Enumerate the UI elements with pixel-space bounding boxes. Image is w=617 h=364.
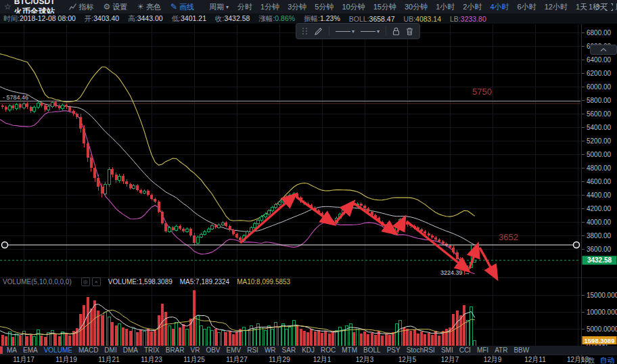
axis-options: 对数 自动	[580, 356, 614, 364]
boll-upper-band	[0, 49, 475, 221]
price-tick-label: 4400.00	[587, 191, 612, 199]
timeframe-5分钟[interactable]: 5分钟	[315, 2, 334, 12]
time-tick-label: 12月5	[398, 356, 417, 363]
time-tick-label: 11月21	[98, 356, 120, 363]
price-tick-label: 3800.00	[587, 232, 612, 240]
time-tick-label: 11月25	[183, 356, 205, 363]
pane-frames	[0, 24, 617, 364]
volume-legend-icons: ◎×	[79, 277, 101, 286]
drag-handle-icon[interactable]	[302, 28, 308, 35]
indicator-tab-OBV[interactable]: OBV	[206, 346, 220, 354]
indicator-tab-StochRSI[interactable]: StochRSI	[407, 346, 435, 354]
indicator-tab-PSY[interactable]: PSY	[387, 346, 401, 354]
indicator-tab-SAR[interactable]: SAR	[282, 346, 296, 354]
arrow-annotation[interactable]	[470, 245, 478, 269]
indicator-tab-ROC[interactable]: ROC	[321, 346, 336, 354]
trash-icon[interactable]	[406, 27, 413, 36]
timeframe-15分钟[interactable]: 15分钟	[373, 2, 396, 12]
indicator-tab-BRAR[interactable]: BRAR	[166, 346, 185, 354]
panel-collapse-tab[interactable]	[590, 45, 617, 55]
indicator-tab-bar: MAEMAVOLUMEMACDDMIDMATRIXBRARVROBVEMVRSI…	[0, 346, 617, 355]
indicator-tab-MA[interactable]: MA	[7, 346, 17, 354]
favorite-star-icon[interactable]: ☆	[4, 3, 12, 11]
theme-button[interactable]: ☀ 亮色	[137, 2, 161, 12]
timeframe-1天[interactable]: 1天	[576, 2, 587, 12]
timeframe-12小时[interactable]: 12小时	[545, 2, 568, 12]
current-volume-value: 1598.3089	[585, 337, 615, 344]
timeframe-分时[interactable]: 分时	[237, 2, 252, 12]
refresh-interval-label[interactable]: 1秒	[589, 2, 600, 12]
trendline-handle-right[interactable]	[574, 242, 580, 248]
indicators-button[interactable]: 指标	[69, 2, 93, 12]
arrow-annotation[interactable]	[296, 197, 334, 224]
indicator-tab-VR[interactable]: VR	[191, 346, 200, 354]
indicator-tab-MTM[interactable]: MTM	[342, 346, 357, 354]
timeframe-2小时[interactable]: 2小时	[463, 2, 482, 12]
pencil-tool-icon[interactable]	[314, 27, 323, 36]
volume-legend: VOLUME(5,10,0,0,0,0) ◎× VOLUME:1,598.308…	[3, 277, 290, 286]
indicator-tab-EMA[interactable]: EMA	[23, 346, 38, 354]
info-field-BOLL: BOLL:3658.47	[349, 15, 395, 23]
price-tick-label: 5400.00	[587, 124, 612, 131]
timeframe-list: 分时1分钟3分钟5分钟10分钟15分钟30分钟1小时2小时4小时6小时12小时1…	[233, 2, 617, 12]
period-dropdown[interactable]: 周期 ▾	[209, 2, 229, 12]
log-scale-toggle[interactable]: 对数	[580, 356, 595, 364]
info-field-LB: LB:3233.80	[450, 15, 486, 23]
timeframe-30分钟[interactable]: 30分钟	[405, 2, 428, 12]
toolbar-separator	[386, 26, 386, 36]
info-field-开: 开:3403.40	[85, 14, 119, 24]
timeframe-4小时[interactable]: 4小时	[490, 2, 509, 12]
indicator-tab-DMI[interactable]: DMI	[104, 346, 116, 354]
indicator-tab-VOLUME[interactable]: VOLUME	[44, 346, 72, 354]
price-tick-label: 6200.00	[587, 70, 612, 77]
boll-lower-band	[0, 63, 475, 274]
trendline-handle-left[interactable]	[2, 242, 8, 248]
arrow-annotation[interactable]	[407, 221, 468, 271]
indicator-tab-ATR[interactable]: ATR	[495, 346, 507, 354]
indicator-tab-MACD[interactable]: MACD	[78, 346, 98, 354]
chart-canvas[interactable]: - 5784.46575036523224.39 →6800.006600.00…	[0, 0, 617, 364]
indicator-tab-KDJ[interactable]: KDJ	[302, 346, 315, 354]
indicator-tab-BBW[interactable]: BBW	[513, 346, 529, 354]
indicator-tab-MFI[interactable]: MFI	[477, 346, 488, 354]
indicator-tab-DMA[interactable]: DMA	[123, 346, 138, 354]
time-tick-label: 11月23	[141, 356, 162, 363]
draw-line-button[interactable]: ✎ 画线	[170, 2, 194, 12]
indicator-tab-CCI[interactable]: CCI	[459, 346, 471, 354]
time-axis[interactable]: 11月1711月1911月2111月2311月2511月2711月2912月11…	[13, 355, 589, 363]
arrow-annotation[interactable]	[335, 202, 353, 223]
indicator-tab-WR[interactable]: WR	[265, 346, 276, 354]
indicator-tab-SMI[interactable]: SMI	[441, 346, 453, 354]
toolbar-separator	[329, 26, 329, 36]
auto-scale-toggle[interactable]: 自动	[600, 356, 614, 364]
line-sample-icon	[336, 31, 350, 32]
indicator-tab-TRIX[interactable]: TRIX	[144, 346, 160, 354]
chevron-down-icon: ▾	[226, 4, 229, 10]
line-width-dropdown[interactable]: ▾	[361, 28, 380, 35]
indicator-tab-RSI[interactable]: RSI	[247, 346, 258, 354]
line-style-dropdown[interactable]: ▾	[336, 28, 355, 35]
fullscreen-icon[interactable]	[605, 3, 613, 11]
indicator-tab-EMV[interactable]: EMV	[227, 346, 242, 354]
timeframe-1小时[interactable]: 1小时	[436, 2, 455, 12]
price-tick-label: 5000.00	[587, 151, 612, 158]
indicator-tab-BOLL[interactable]: BOLL	[363, 346, 381, 354]
timeframe-3分钟[interactable]: 3分钟	[288, 2, 306, 12]
timeframe-6小时[interactable]: 6小时	[518, 2, 536, 12]
settings-button[interactable]: ⚙ 设置	[103, 2, 127, 12]
timeframe-1分钟[interactable]: 1分钟	[260, 2, 279, 12]
indicator-settings-icon[interactable]: ◎	[81, 277, 90, 286]
indicator-close-icon[interactable]: ×	[92, 277, 101, 286]
price-axis[interactable]: 6800.006600.006400.006200.006000.005800.…	[582, 29, 617, 350]
timeframe-10分钟[interactable]: 10分钟	[342, 2, 365, 12]
time-tick-label: 12月7	[441, 356, 459, 363]
arrow-annotation[interactable]	[480, 248, 497, 278]
pencil-icon: ✎	[170, 3, 177, 11]
info-field-振幅: 振幅:1.23%	[304, 14, 340, 24]
volume-bars	[0, 290, 476, 346]
volume-indicator-title[interactable]: VOLUME(5,10,0,0,0,0)	[3, 278, 72, 286]
drawing-toolbar[interactable]: ▾ ▾	[296, 23, 420, 39]
chevron-up-icon	[600, 48, 607, 51]
lock-icon[interactable]	[392, 27, 400, 36]
current-price-value: 3432.58	[587, 256, 612, 264]
